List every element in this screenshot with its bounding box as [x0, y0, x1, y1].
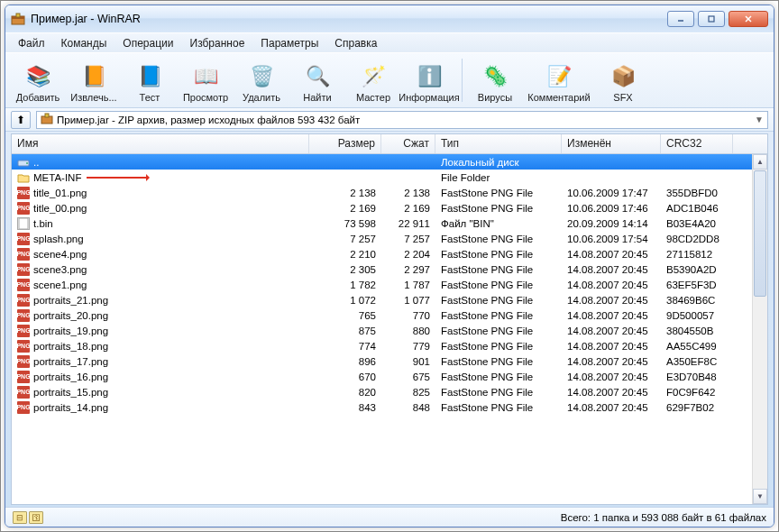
- table-row[interactable]: PNGtitle_01.png 2 138 2 138 FastStone PN…: [12, 185, 752, 200]
- menu-favorites[interactable]: Избранное: [183, 35, 252, 51]
- up-button[interactable]: ⬆: [11, 111, 31, 129]
- file-name: scene3.png: [33, 264, 87, 275]
- toolbar-comment[interactable]: 📝Комментарий: [524, 55, 594, 105]
- file-name: portraits_18.png: [33, 341, 108, 352]
- table-row[interactable]: PNGscene1.png 1 782 1 787 FastStone PNG …: [12, 277, 752, 292]
- toolbar-sfx[interactable]: 📦SFX: [596, 55, 650, 105]
- png-file-icon: PNG: [17, 309, 30, 322]
- file-name: portraits_19.png: [33, 326, 108, 336]
- table-row[interactable]: PNGportraits_19.png 875 880 FastStone PN…: [12, 323, 752, 338]
- toolbar-find[interactable]: 🔍Найти: [290, 55, 344, 105]
- png-file-icon: PNG: [17, 355, 30, 368]
- file-name: portraits_15.png: [33, 387, 108, 398]
- view-icon: 📖: [191, 62, 220, 91]
- find-icon: 🔍: [303, 62, 332, 91]
- png-file-icon: PNG: [17, 263, 30, 276]
- file-list: Имя Размер Сжат Тип Изменён CRC32 .. Лок…: [11, 133, 768, 505]
- file-name: scene4.png: [33, 249, 87, 260]
- scroll-thumb[interactable]: [754, 170, 766, 297]
- info-icon: ℹ️: [415, 62, 444, 91]
- vertical-scrollbar[interactable]: ▲ ▼: [752, 154, 767, 504]
- path-text: Пример.jar - ZIP архив, размер исходных …: [57, 115, 360, 125]
- table-row[interactable]: .. Локальный диск: [12, 154, 752, 170]
- table-row[interactable]: PNGportraits_15.png 820 825 FastStone PN…: [12, 384, 752, 399]
- menu-operations[interactable]: Операции: [115, 35, 180, 51]
- png-file-icon: PNG: [17, 294, 30, 307]
- svg-rect-8: [45, 114, 49, 117]
- table-row[interactable]: META-INF File Folder: [12, 170, 752, 185]
- toolbar-view[interactable]: 📖Просмотр: [179, 55, 233, 105]
- books-add-icon: 📚: [23, 62, 52, 91]
- app-window: Пример.jar - WinRAR Файл Команды Операци…: [5, 5, 774, 527]
- folder-icon: [17, 171, 30, 184]
- menubar: Файл Команды Операции Избранное Параметр…: [5, 32, 774, 52]
- maximize-button[interactable]: [698, 11, 725, 27]
- file-rows[interactable]: .. Локальный диск META-INF File Folder P…: [12, 154, 752, 504]
- png-file-icon: PNG: [17, 202, 30, 215]
- delete-icon: 🗑️: [247, 62, 276, 91]
- png-file-icon: PNG: [17, 279, 30, 291]
- col-modified[interactable]: Изменён: [562, 134, 661, 153]
- svg-rect-11: [19, 218, 28, 229]
- toolbar-info[interactable]: ℹ️Информация: [402, 55, 456, 105]
- dropdown-icon[interactable]: ▼: [755, 115, 764, 124]
- col-packed[interactable]: Сжат: [381, 134, 435, 153]
- table-row[interactable]: PNGportraits_18.png 774 779 FastStone PN…: [12, 338, 752, 353]
- table-row[interactable]: PNGportraits_17.png 896 901 FastStone PN…: [12, 353, 752, 369]
- file-name: portraits_14.png: [33, 402, 108, 413]
- path-field[interactable]: Пример.jar - ZIP архив, размер исходных …: [36, 111, 768, 129]
- minimize-button[interactable]: [667, 11, 694, 27]
- table-row[interactable]: PNGscene4.png 2 210 2 204 FastStone PNG …: [12, 246, 752, 261]
- col-name[interactable]: Имя: [12, 134, 309, 153]
- png-file-icon: PNG: [17, 325, 30, 337]
- col-crc[interactable]: CRC32: [661, 134, 733, 153]
- scroll-track[interactable]: [753, 298, 767, 489]
- png-file-icon: PNG: [17, 386, 30, 399]
- toolbar-extract[interactable]: 📙Извлечь...: [67, 55, 121, 105]
- menu-commands[interactable]: Команды: [54, 35, 115, 51]
- col-size[interactable]: Размер: [309, 134, 381, 153]
- statusbar: ⊟ ⚿ Всего: 1 папка и 593 088 байт в 61 ф…: [5, 507, 774, 527]
- status-text: Всего: 1 папка и 593 088 байт в 61 файла…: [561, 512, 766, 523]
- png-file-icon: PNG: [17, 187, 30, 199]
- toolbar-separator: [462, 59, 463, 102]
- toolbar-wizard[interactable]: 🪄Мастер: [346, 55, 400, 105]
- table-row[interactable]: PNGportraits_20.png 765 770 FastStone PN…: [12, 307, 752, 323]
- table-row[interactable]: PNGsplash.png 7 257 7 257 FastStone PNG …: [12, 231, 752, 246]
- scroll-up-button[interactable]: ▲: [753, 154, 767, 170]
- parent-dir: ..: [33, 157, 39, 168]
- menu-help[interactable]: Справка: [327, 35, 384, 51]
- svg-rect-4: [709, 16, 714, 22]
- file-name: portraits_20.png: [33, 310, 108, 321]
- table-row[interactable]: PNGscene3.png 2 305 2 297 FastStone PNG …: [12, 261, 752, 277]
- col-type[interactable]: Тип: [435, 134, 562, 153]
- close-button[interactable]: [729, 11, 768, 27]
- table-row[interactable]: PNGportraits_16.png 670 675 FastStone PN…: [12, 369, 752, 384]
- scroll-down-button[interactable]: ▼: [753, 489, 767, 504]
- table-row[interactable]: t.bin 73 598 22 911 Файл "BIN" 20.09.200…: [12, 216, 752, 231]
- table-row[interactable]: PNGtitle_00.png 2 169 2 169 FastStone PN…: [12, 200, 752, 216]
- books-extract-icon: 📙: [79, 62, 108, 91]
- winrar-icon: [11, 12, 25, 26]
- up-arrow-icon: ⬆: [16, 114, 25, 126]
- window-controls: [667, 11, 768, 27]
- menu-file[interactable]: Файл: [11, 35, 52, 51]
- png-file-icon: PNG: [17, 248, 30, 261]
- menu-options[interactable]: Параметры: [253, 35, 325, 51]
- toolbar-delete[interactable]: 🗑️Удалить: [234, 55, 289, 105]
- toolbar-virus[interactable]: 🦠Вирусы: [468, 55, 522, 105]
- status-disk-icon: ⊟: [13, 511, 27, 524]
- window-title: Пример.jar - WinRAR: [31, 13, 667, 25]
- file-name: portraits_17.png: [33, 356, 108, 367]
- table-row[interactable]: PNGportraits_14.png 843 848 FastStone PN…: [12, 399, 752, 415]
- svg-rect-2: [16, 14, 20, 17]
- table-row[interactable]: PNGportraits_21.png 1 072 1 077 FastSton…: [12, 292, 752, 307]
- wizard-icon: 🪄: [359, 62, 388, 91]
- file-name: scene1.png: [33, 280, 87, 290]
- titlebar[interactable]: Пример.jar - WinRAR: [5, 5, 774, 32]
- file-name: t.bin: [33, 218, 53, 229]
- sfx-icon: 📦: [609, 62, 637, 91]
- toolbar-test[interactable]: 📘Тест: [123, 55, 177, 105]
- test-icon: 📘: [135, 62, 164, 91]
- toolbar-add[interactable]: 📚Добавить: [11, 55, 65, 105]
